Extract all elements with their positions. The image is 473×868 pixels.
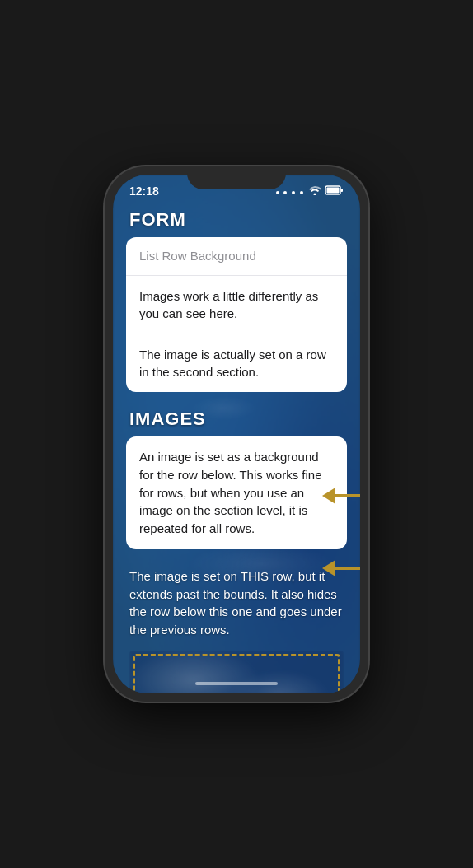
list-row-label-text: List Row Background — [139, 249, 256, 263]
phone-frame: 12:18 — [105, 166, 368, 702]
form-section-header: FORM — [126, 209, 347, 231]
signal-dot-1 — [276, 191, 279, 194]
arrow-2-head — [322, 560, 335, 576]
scroll-area[interactable]: FORM List Row Background Images work a l… — [113, 203, 360, 693]
notch — [187, 166, 286, 189]
arrow-2-container — [322, 560, 360, 576]
signal-icon — [275, 187, 304, 196]
images-row-text: An image is set as a background for the … — [139, 450, 321, 535]
wifi-icon — [308, 185, 321, 197]
svg-rect-2 — [341, 189, 344, 192]
phone-content: 12:18 — [113, 175, 360, 693]
phone-screen: 12:18 — [113, 175, 360, 693]
list-row-label: List Row Background — [126, 237, 347, 276]
images-row: An image is set as a background for the … — [126, 436, 347, 549]
arrow-2-line — [335, 567, 360, 570]
floating-text-row: The image is set on THIS row, but it ext… — [126, 559, 347, 647]
svg-rect-1 — [327, 188, 340, 194]
form-card: List Row Background Images work a little… — [126, 237, 347, 392]
list-row-text-2: The image is actually set on a row in th… — [139, 348, 326, 379]
arrow-1-line — [335, 494, 360, 497]
arrow-1-head — [322, 488, 335, 504]
list-row-description-2: The image is actually set on a row in th… — [126, 334, 347, 392]
floating-row-text: The image is set on THIS row, but it ext… — [129, 569, 342, 637]
signal-dot-4 — [300, 191, 303, 194]
dashed-border — [133, 654, 340, 693]
image-row-visual — [129, 651, 344, 693]
battery-icon — [325, 185, 344, 197]
images-card: An image is set as a background for the … — [126, 436, 347, 549]
signal-dot-2 — [283, 191, 287, 194]
list-row-text-1: Images work a little differently as you … — [139, 289, 318, 320]
arrow-2 — [322, 560, 360, 576]
signal-dot-3 — [292, 191, 295, 194]
home-indicator — [195, 682, 278, 685]
status-time: 12:18 — [129, 184, 159, 198]
images-section-header: IMAGES — [126, 408, 347, 430]
arrow-1 — [322, 488, 360, 504]
status-icons — [275, 185, 344, 197]
arrow-1-container — [322, 488, 360, 504]
list-row-description-1: Images work a little differently as you … — [126, 276, 347, 334]
